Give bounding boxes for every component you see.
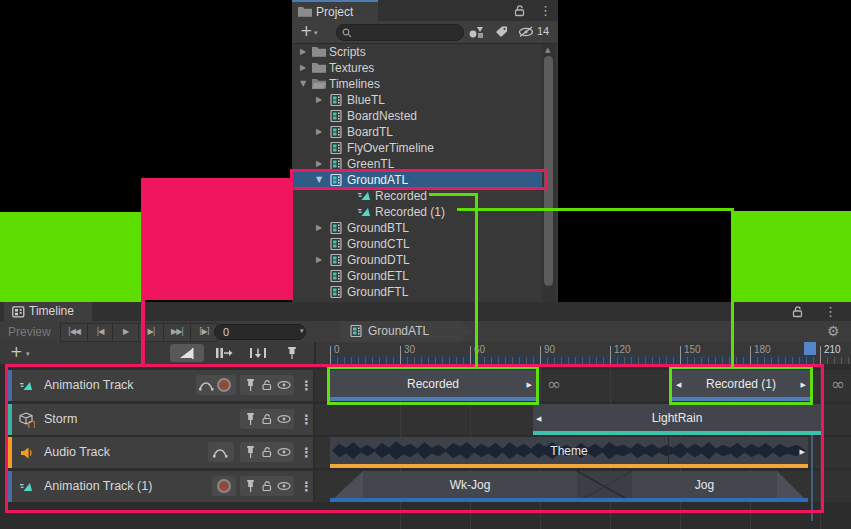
unlock-icon[interactable]: [261, 446, 273, 458]
timeline-end-marker[interactable]: [804, 342, 816, 355]
search-by-label-icon[interactable]: [494, 25, 509, 39]
chevron-right-icon[interactable]: ▶: [316, 128, 322, 136]
animation-clip-icon: [358, 190, 371, 202]
kebab-menu-icon[interactable]: ⋮: [824, 304, 837, 319]
scrollbar-thumb[interactable]: [544, 56, 553, 286]
tree-item-scripts[interactable]: ▶ Scripts: [292, 44, 542, 60]
record-button[interactable]: [217, 479, 231, 493]
tree-item-groundetl[interactable]: GroundETL: [292, 268, 542, 284]
curves-icon[interactable]: [199, 380, 214, 391]
track-kebab-icon[interactable]: ⋮: [300, 370, 313, 401]
folder-icon: [298, 6, 312, 17]
unlock-icon[interactable]: [261, 413, 273, 425]
track-kebab-icon[interactable]: ⋮: [300, 437, 313, 468]
marker-track-toggle[interactable]: [282, 344, 302, 362]
eye-icon[interactable]: [277, 447, 291, 457]
timeline-asset-icon: [350, 325, 362, 337]
add-dropdown-caret-icon[interactable]: ▾: [314, 29, 318, 37]
tree-item-grounddtl[interactable]: ▶ GroundDTL: [292, 252, 542, 268]
track-header-storm[interactable]: {} Storm ⋮: [8, 404, 313, 435]
tree-item-label: Recorded (1): [375, 205, 445, 219]
tree-item-groundctl[interactable]: GroundCTL: [292, 236, 542, 252]
tree-item-label: Textures: [329, 61, 374, 75]
track-kebab-icon[interactable]: ⋮: [300, 404, 313, 435]
chevron-right-icon[interactable]: ▶: [316, 256, 322, 264]
clip-edit-mode-mix-button[interactable]: [170, 344, 204, 362]
tree-item-groundbtl[interactable]: ▶ GroundBTL: [292, 220, 542, 236]
tree-item-boardnested[interactable]: BoardNested: [292, 108, 542, 124]
tab-project[interactable]: Project: [292, 0, 378, 21]
breadcrumb-groundatl[interactable]: GroundATL: [340, 321, 472, 342]
gear-icon[interactable]: ⚙: [827, 323, 840, 339]
preview-toggle[interactable]: Preview: [8, 325, 51, 339]
search-input[interactable]: [355, 25, 461, 40]
eye-icon[interactable]: [277, 414, 291, 424]
add-track-button[interactable]: +: [10, 343, 23, 361]
pin-icon[interactable]: [245, 412, 256, 426]
current-frame-field[interactable]: 0: [214, 324, 306, 340]
chevron-right-icon[interactable]: ▶: [316, 160, 322, 168]
record-button[interactable]: [217, 378, 231, 392]
pin-icon[interactable]: [245, 445, 256, 459]
project-scrollbar[interactable]: ▲: [542, 44, 556, 302]
pin-icon[interactable]: [245, 378, 256, 392]
clip-edit-mode-ripple-button[interactable]: [210, 344, 238, 362]
eye-icon[interactable]: [277, 380, 291, 390]
annotation-line-recorded1-v: [731, 208, 734, 367]
tree-item-recorded-1[interactable]: Recorded (1): [292, 204, 542, 220]
unlock-icon[interactable]: [513, 4, 526, 17]
tree-item-recorded[interactable]: Recorded: [292, 188, 542, 204]
play-button[interactable]: ▶: [112, 323, 139, 342]
track-header-animation[interactable]: Animation Track ⋮: [8, 370, 313, 401]
curves-icon[interactable]: [213, 447, 228, 458]
go-to-start-button[interactable]: |◀◀: [60, 323, 88, 342]
chevron-down-icon[interactable]: ▼: [300, 80, 306, 88]
previous-frame-button[interactable]: |◀: [87, 323, 113, 342]
chevron-right-icon[interactable]: ▶: [300, 48, 306, 56]
tree-item-groundftl[interactable]: GroundFTL: [292, 284, 542, 300]
chevron-right-icon[interactable]: ▶: [316, 224, 322, 232]
tree-item-label: BoardTL: [347, 125, 393, 139]
tree-item-groundatl-selected[interactable]: ▼ GroundATL: [292, 172, 542, 188]
clip-wk-jog[interactable]: Wk-Jog: [363, 471, 577, 502]
clip-recorded-1[interactable]: Recorded (1) ◀ ▶: [672, 370, 810, 401]
add-asset-button[interactable]: +: [300, 22, 313, 40]
go-to-end-button[interactable]: ▶▶|: [163, 323, 191, 342]
unlock-icon[interactable]: [261, 480, 273, 492]
hidden-items-eye-icon[interactable]: [518, 26, 535, 38]
eye-icon[interactable]: [277, 481, 291, 491]
tree-item-boardtl[interactable]: ▶ BoardTL: [292, 124, 542, 140]
track-header-audio[interactable]: Audio Track ⋮: [8, 437, 313, 468]
clip-theme[interactable]: Theme ▶: [330, 437, 808, 468]
scroll-up-icon[interactable]: ▲: [545, 46, 550, 54]
clip-lightrain[interactable]: LightRain ◀: [533, 404, 821, 435]
chevron-down-icon[interactable]: ▼: [316, 176, 322, 184]
tree-item-bluetl[interactable]: ▶ BlueTL: [292, 92, 542, 108]
kebab-menu-icon[interactable]: ⋮: [539, 3, 552, 18]
chevron-right-icon[interactable]: ▶: [300, 64, 306, 72]
folder-open-icon: [312, 78, 326, 89]
tree-item-textures[interactable]: ▶ Textures: [292, 60, 542, 76]
frame-options-caret-icon[interactable]: ▾: [300, 327, 304, 335]
tree-item-timelines[interactable]: ▼ Timelines: [292, 76, 542, 92]
unlock-icon[interactable]: [791, 305, 804, 318]
chevron-right-icon[interactable]: ▶: [316, 96, 322, 104]
track-buttons-group: [240, 409, 294, 429]
tree-item-flyovertimeline[interactable]: FlyOverTimeline: [292, 140, 542, 156]
search-by-type-icon[interactable]: [468, 25, 484, 39]
tree-item-greentl[interactable]: ▶ GreenTL: [292, 156, 542, 172]
add-track-caret-icon[interactable]: ▾: [26, 350, 30, 358]
unlock-icon[interactable]: [261, 379, 273, 391]
track-header-animation-1[interactable]: Animation Track (1) ⋮: [8, 471, 313, 502]
clip-jog[interactable]: Jog: [632, 471, 777, 502]
time-ruler[interactable]: 0 30 60 90 120 150 180 210: [317, 342, 851, 364]
project-tab-bar: Project ⋮: [292, 0, 558, 21]
clip-edit-mode-replace-button[interactable]: [244, 344, 272, 362]
hidden-items-count: 14: [537, 25, 549, 37]
timeline-panel: Timeline ⋮ Preview |◀◀ |◀ ▶ ▶| ▶▶| [▶] 0…: [0, 302, 851, 529]
timeline-asset-icon: [330, 126, 342, 138]
pin-icon[interactable]: [245, 479, 256, 493]
track-kebab-icon[interactable]: ⋮: [300, 471, 313, 502]
clip-recorded[interactable]: Recorded ▶: [330, 370, 536, 401]
tab-timeline[interactable]: Timeline: [4, 302, 92, 321]
